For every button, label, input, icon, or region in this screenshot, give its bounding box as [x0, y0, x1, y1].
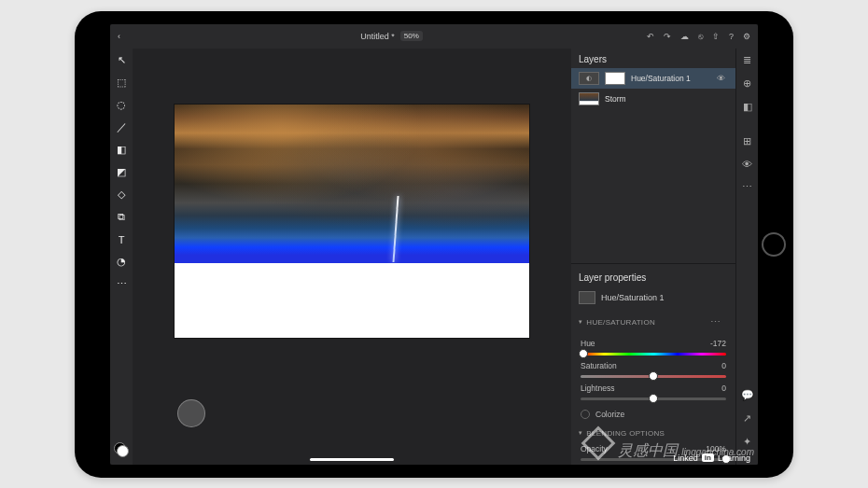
eyedrop-tool[interactable]: ◔: [115, 256, 128, 269]
lightness-thumb[interactable]: [649, 394, 658, 403]
hue-label: Hue: [581, 339, 595, 348]
adjustment-icon: ◐: [579, 72, 599, 85]
redo-icon[interactable]: ↷: [664, 32, 671, 41]
hue-slider[interactable]: Hue -172: [571, 337, 735, 359]
marquee-tool[interactable]: ⬚: [115, 77, 128, 90]
right-strip: ≣ ⊕ ◧ ⊞ 👁 ⋯ 💬 ↗ ✦: [735, 49, 758, 465]
visibility-icon[interactable]: 👁: [717, 74, 728, 83]
share-icon[interactable]: ⇧: [712, 32, 720, 41]
home-indicator[interactable]: [310, 458, 394, 461]
colorize-label: Colorize: [595, 410, 624, 419]
layer-mask-thumb[interactable]: [605, 72, 625, 85]
blending-options-section[interactable]: ▾ BLENDING OPTIONS: [571, 425, 735, 442]
wand-icon[interactable]: ✦: [743, 436, 751, 448]
lightness-slider[interactable]: Lightness 0: [571, 382, 735, 404]
color-swatch[interactable]: [114, 442, 129, 457]
adjustment-thumb: [579, 291, 595, 304]
canvas[interactable]: [175, 105, 529, 338]
adjustment-name: Hue/Saturation 1: [601, 293, 728, 302]
panel-main: Layers ◐ Hue/Saturation 1 👁 Storm Layer …: [571, 49, 735, 465]
saturation-track[interactable]: [581, 375, 726, 378]
saturation-label: Saturation: [581, 361, 617, 370]
right-panel: Layers ◐ Hue/Saturation 1 👁 Storm Layer …: [571, 49, 758, 465]
lightness-value: 0: [721, 383, 726, 393]
linkedin-learning-badge: Linked in Learning: [673, 453, 750, 463]
title-zone: Untitled * 50%: [136, 31, 647, 41]
back-icon[interactable]: ‹: [118, 32, 136, 41]
opacity-value: 100%: [706, 444, 726, 453]
crop-tool[interactable]: ⧉: [115, 211, 128, 224]
mask-icon[interactable]: ◧: [743, 101, 752, 113]
layer-thumb[interactable]: [579, 92, 599, 105]
text-tool[interactable]: T: [115, 233, 128, 246]
saturation-thumb[interactable]: [649, 371, 658, 381]
left-toolbar: ↖ ⬚ ◌ ／ ◧ ◩ ◇ ⧉ T ◔ ⋯: [110, 49, 133, 465]
canvas-image: [175, 105, 529, 263]
hue-track[interactable]: [581, 353, 726, 356]
brush-tool[interactable]: ／: [115, 121, 128, 134]
checkbox-icon[interactable]: [581, 410, 590, 419]
layer-row-image[interactable]: Storm: [571, 89, 735, 109]
ipad-home-button[interactable]: [762, 232, 786, 257]
help-icon[interactable]: ?: [729, 32, 734, 41]
chevron-down-icon: ▾: [579, 429, 582, 437]
lightness-label: Lightness: [581, 383, 614, 393]
properties-icon[interactable]: ⋯: [742, 181, 752, 193]
canvas-area[interactable]: [133, 49, 571, 465]
layers-heading: Layers: [571, 49, 735, 68]
layer-name[interactable]: Hue/Saturation 1: [631, 74, 711, 83]
layer-properties-target[interactable]: Hue/Saturation 1: [571, 287, 735, 308]
hue-saturation-section[interactable]: ▾ HUE/SATURATION ⋯: [571, 308, 735, 337]
lightness-track[interactable]: [581, 397, 726, 400]
saturation-slider[interactable]: Saturation 0: [571, 359, 735, 382]
gradient-tool[interactable]: ◩: [115, 166, 128, 179]
arrow-icon[interactable]: ↗: [743, 412, 751, 425]
ipad-frame: ‹ Untitled * 50% ↶ ↷ ☁ ⎋ ⇧ ? ⚙ ↖ ⬚ ◌ ／: [75, 11, 793, 478]
select-tool[interactable]: ↖: [115, 54, 128, 67]
topbar-actions: ↶ ↷ ☁ ⎋ ⇧ ? ⚙: [647, 32, 750, 41]
touch-indicator: [177, 399, 205, 427]
comment-icon[interactable]: 💬: [741, 389, 754, 401]
saturation-value: 0: [721, 361, 726, 370]
document-title[interactable]: Untitled *: [360, 32, 395, 41]
lightning: [392, 196, 399, 262]
more-tool[interactable]: ⋯: [115, 278, 128, 291]
shape-tool[interactable]: ◇: [115, 188, 128, 202]
settings-icon[interactable]: ⚙: [743, 32, 750, 41]
layers-panel-icon[interactable]: ≣: [743, 54, 751, 66]
layer-row-adjustment[interactable]: ◐ Hue/Saturation 1 👁: [571, 68, 735, 89]
main-area: ↖ ⬚ ◌ ／ ◧ ◩ ◇ ⧉ T ◔ ⋯: [110, 49, 758, 465]
cloud-icon[interactable]: ☁: [680, 32, 689, 41]
add-adjustment-icon[interactable]: ⊞: [743, 135, 751, 147]
layer-properties-heading: Layer properties: [571, 268, 735, 287]
chevron-down-icon: ▾: [579, 318, 582, 326]
zoom-badge[interactable]: 50%: [400, 31, 423, 41]
visibility-strip-icon[interactable]: 👁: [742, 159, 752, 170]
add-layer-icon[interactable]: ⊕: [743, 77, 751, 90]
app-screen: ‹ Untitled * 50% ↶ ↷ ☁ ⎋ ⇧ ? ⚙ ↖ ⬚ ◌ ／: [110, 24, 758, 465]
hue-value: -172: [710, 339, 726, 348]
undo-icon[interactable]: ↶: [647, 32, 654, 41]
user-icon[interactable]: ⎋: [698, 32, 703, 41]
lasso-tool[interactable]: ◌: [115, 99, 128, 112]
eraser-tool[interactable]: ◧: [115, 144, 128, 157]
opacity-label: Opacity: [581, 444, 608, 453]
hue-thumb[interactable]: [579, 349, 588, 358]
more-options-icon[interactable]: ⋯: [703, 313, 728, 332]
top-bar: ‹ Untitled * 50% ↶ ↷ ☁ ⎋ ⇧ ? ⚙: [110, 24, 758, 49]
layer-name[interactable]: Storm: [605, 94, 728, 104]
colorize-toggle[interactable]: Colorize: [571, 404, 735, 425]
